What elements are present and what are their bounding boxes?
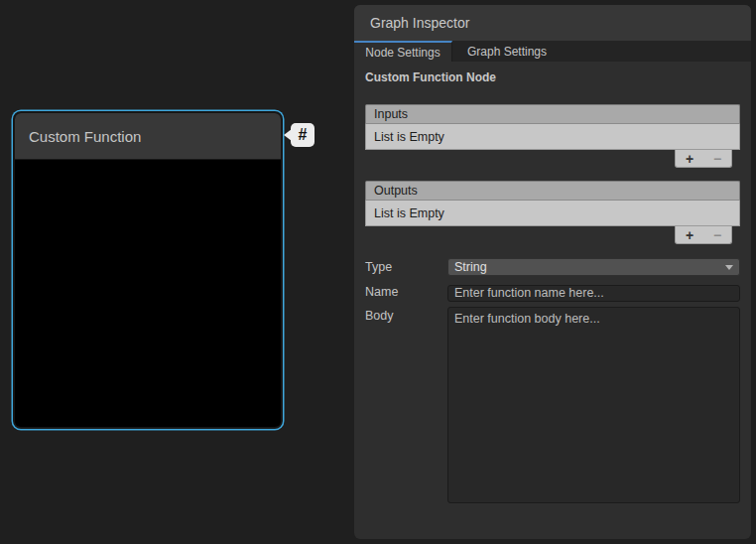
node-body [15, 160, 281, 426]
inputs-list-footer: + − [675, 150, 732, 168]
panel-content: Custom Function Node Inputs List is Empt… [354, 62, 751, 507]
type-row: Type String [365, 258, 740, 276]
outputs-list: Outputs List is Empty + − [365, 181, 740, 244]
inputs-list-footer-wrap: + − [365, 150, 740, 168]
function-body-textarea[interactable] [447, 307, 740, 503]
inputs-remove-button[interactable]: − [713, 152, 721, 166]
type-dropdown-value: String [454, 260, 725, 274]
hash-badge-label: # [299, 126, 308, 144]
chevron-down-icon [725, 265, 733, 270]
outputs-list-footer: + − [675, 226, 732, 244]
panel-title: Graph Inspector [370, 15, 469, 31]
name-label: Name [365, 283, 447, 299]
tab-graph-settings[interactable]: Graph Settings [452, 41, 562, 62]
inputs-list: Inputs List is Empty + − [365, 104, 740, 168]
outputs-list-header-label: Outputs [374, 184, 418, 198]
outputs-list-empty-row: List is Empty [365, 201, 740, 226]
name-row: Name [365, 283, 740, 302]
tab-graph-settings-label: Graph Settings [467, 45, 547, 59]
inputs-list-empty-label: List is Empty [374, 130, 444, 144]
hash-badge-icon[interactable]: # [291, 123, 315, 147]
function-name-input[interactable] [447, 285, 740, 302]
outputs-list-header: Outputs [365, 181, 740, 201]
inputs-list-header-label: Inputs [374, 107, 408, 121]
panel-titlebar: Graph Inspector [354, 5, 751, 41]
outputs-list-empty-label: List is Empty [374, 206, 444, 220]
tab-node-settings[interactable]: Node Settings [354, 41, 452, 62]
outputs-add-button[interactable]: + [686, 228, 693, 242]
outputs-remove-button[interactable]: − [713, 228, 721, 242]
inputs-add-button[interactable]: + [686, 152, 693, 166]
node-header[interactable]: Custom Function [15, 113, 281, 160]
type-dropdown[interactable]: String [447, 258, 740, 276]
tab-node-settings-label: Node Settings [365, 46, 440, 60]
type-label: Type [365, 258, 447, 274]
body-row: Body [365, 307, 740, 507]
section-title: Custom Function Node [365, 70, 740, 84]
outputs-list-footer-wrap: + − [365, 226, 740, 244]
node-title: Custom Function [29, 128, 141, 145]
body-label: Body [365, 307, 447, 323]
tab-bar: Node Settings Graph Settings [354, 41, 751, 62]
inputs-list-empty-row: List is Empty [365, 124, 740, 150]
graph-inspector-panel: Graph Inspector Node Settings Graph Sett… [354, 5, 751, 539]
inputs-list-header: Inputs [365, 104, 740, 124]
custom-function-node[interactable]: Custom Function [13, 111, 283, 429]
